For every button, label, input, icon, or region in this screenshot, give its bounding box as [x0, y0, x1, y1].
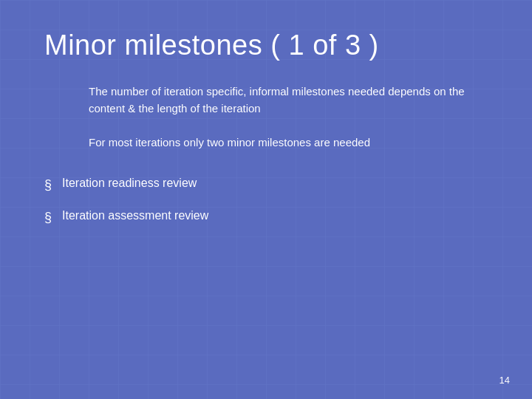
bullet-text-2: Iteration assessment review	[62, 209, 208, 222]
description-block: The number of iteration specific, inform…	[44, 83, 488, 120]
bullet-icon: §	[44, 177, 52, 193]
page-number: 14	[499, 375, 510, 386]
description-block-2: For most iterations only two minor miles…	[44, 134, 488, 154]
list-item: §Iteration assessment review	[44, 209, 488, 225]
description-2: For most iterations only two minor miles…	[89, 134, 488, 151]
bullet-list: §Iteration readiness review§Iteration as…	[44, 177, 488, 242]
description-1: The number of iteration specific, inform…	[89, 83, 488, 117]
bullet-icon: §	[44, 210, 52, 225]
bullet-text-1: Iteration readiness review	[62, 177, 197, 190]
slide-title: Minor milestones ( 1 of 3 )	[44, 30, 488, 61]
slide: Minor milestones ( 1 of 3 ) The number o…	[0, 0, 532, 399]
slide-content: Minor milestones ( 1 of 3 ) The number o…	[0, 0, 532, 399]
list-item: §Iteration readiness review	[44, 177, 488, 193]
